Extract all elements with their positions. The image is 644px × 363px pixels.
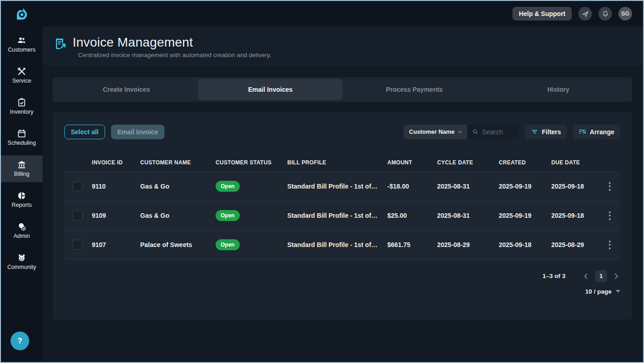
row-menu-button[interactable] [607,239,612,251]
status-badge: Open [216,210,240,221]
help-support-button[interactable]: Help & Support [512,7,572,21]
page-subtitle: Centralized invoice management with auto… [78,52,271,58]
column-header-due-date: DUE DATE [551,159,599,166]
row-menu-button[interactable] [607,210,612,222]
sidebar-item-scheduling[interactable]: Scheduling [1,124,42,151]
column-header-created: CREATED [499,159,551,166]
sidebar-item-label: Scheduling [8,140,36,146]
cell-customer-name: Palace of Sweets [140,241,216,248]
table-header-row: INVOICE ID CUSTOMER NAME CUSTOMER STATUS… [64,154,620,172]
invoice-icon [53,37,67,50]
sidebar-item-admin[interactable]: Admin [1,217,42,244]
email-invoice-button[interactable]: Email Invoice [111,125,164,139]
tab-process-payments[interactable]: Process Payments [343,79,486,100]
sidebar-item-label: Inventory [10,109,33,115]
sidebar-item-label: Admin [14,233,30,239]
filters-button[interactable]: Filters [525,125,567,139]
sidebar-item-community[interactable]: Community [1,248,42,275]
sidebar-item-inventory[interactable]: Inventory [1,93,42,120]
column-header-cycle-date: CYCLE DATE [437,159,499,166]
table-row[interactable]: 9109 Gas & Go Open Standard Bill Profile… [64,201,620,231]
caret-down-icon [616,290,620,293]
pagination: 1–3 of 3 1 [64,270,620,282]
sidebar-item-customers[interactable]: Customers [1,31,42,58]
cell-bill-profile: Standard Bill Profile - 1st of… [287,212,387,219]
select-all-button[interactable]: Select all [64,125,105,139]
sidebar-item-billing[interactable]: Billing [1,155,42,182]
customers-icon [17,36,26,45]
billing-icon [17,160,26,169]
help-fab-label: ? [17,337,22,346]
app-window: Customers Service Inventory [0,0,644,363]
table-row[interactable]: 9110 Gas & Go Open Standard Bill Profile… [64,172,620,201]
page-size-label: 10 / page [585,288,612,295]
filters-label: Filters [542,128,561,136]
avatar-initials: SG [621,11,629,17]
cell-cycle-date: 2025-08-29 [437,241,499,248]
pagination-range-label: 1–3 of 3 [543,273,565,279]
notifications-button[interactable] [598,7,612,21]
column-header-bill-profile: BILL PROFILE [287,159,387,166]
cell-due-date: 2025-09-18 [551,183,599,190]
cell-invoice-id: 9107 [92,241,140,248]
column-header-invoice-id: INVOICE ID [92,159,140,166]
topbar: Help & Support SG [42,1,643,26]
arrange-sort-icon [579,128,586,136]
arrange-label: Arrange [590,128,614,136]
sidebar-item-service[interactable]: Service [1,62,42,89]
reports-icon [17,191,26,200]
community-icon [17,253,26,263]
scheduling-icon [17,129,26,138]
service-icon [17,67,26,76]
page-number-button[interactable]: 1 [595,270,607,282]
arrange-button[interactable]: Arrange [573,125,620,139]
app-logo-icon[interactable] [15,7,29,22]
send-button[interactable] [578,7,592,21]
chevron-left-icon[interactable] [582,272,590,280]
search-field-select[interactable]: Customer Name [404,125,468,139]
sidebar-item-label: Reports [12,202,32,208]
cell-invoice-id: 9109 [92,212,140,219]
bell-icon [602,10,609,18]
filter-icon [531,128,538,136]
search-input[interactable] [482,128,514,136]
cell-invoice-id: 9110 [92,183,140,190]
tab-history[interactable]: History [486,79,630,100]
status-badge: Open [216,239,240,250]
table-row[interactable]: 9107 Palace of Sweets Open Standard Bill… [64,231,620,260]
tab-email-invoices[interactable]: Email Invoices [198,79,342,100]
search-group: Customer Name [404,125,519,139]
page-size-control[interactable]: 10 / page [64,288,620,295]
cell-customer-name: Gas & Go [140,183,216,190]
tabbar: Create Invoices Email Invoices Process P… [53,77,632,102]
row-checkbox[interactable] [73,210,83,221]
cell-created: 2025-09-19 [499,183,551,190]
search-box [467,125,518,139]
row-checkbox[interactable] [73,240,83,250]
sidebar: Customers Service Inventory [1,1,42,362]
page-title: Invoice Management [73,35,271,50]
cell-amount: -$18.00 [387,183,437,190]
cell-bill-profile: Standard Bill Profile - 1st of… [287,183,387,190]
sidebar-item-reports[interactable]: Reports [1,186,42,213]
cell-due-date: 2025-09-18 [551,212,599,219]
search-icon [472,128,479,136]
chevron-right-icon[interactable] [612,272,620,280]
sidebar-item-label: Customers [8,47,35,53]
user-avatar[interactable]: SG [618,7,632,21]
table-toolbar: Select all Email Invoice Customer Name [64,125,620,139]
inventory-icon [17,98,26,107]
row-menu-button[interactable] [607,180,612,193]
cell-customer-name: Gas & Go [140,212,216,219]
column-header-customer-status: CUSTOMER STATUS [216,159,287,166]
row-checkbox[interactable] [73,181,83,191]
cell-due-date: 2025-08-29 [551,241,599,248]
chevron-down-icon [457,129,463,135]
cell-amount: $25.00 [387,212,437,219]
column-header-amount: AMOUNT [387,159,437,166]
help-fab-button[interactable]: ? [11,331,29,350]
tab-create-invoices[interactable]: Create Invoices [54,79,198,100]
page-header: Invoice Management Centralized invoice m… [42,26,643,66]
column-header-customer-name: CUSTOMER NAME [140,159,216,166]
cell-cycle-date: 2025-08-31 [437,212,499,219]
